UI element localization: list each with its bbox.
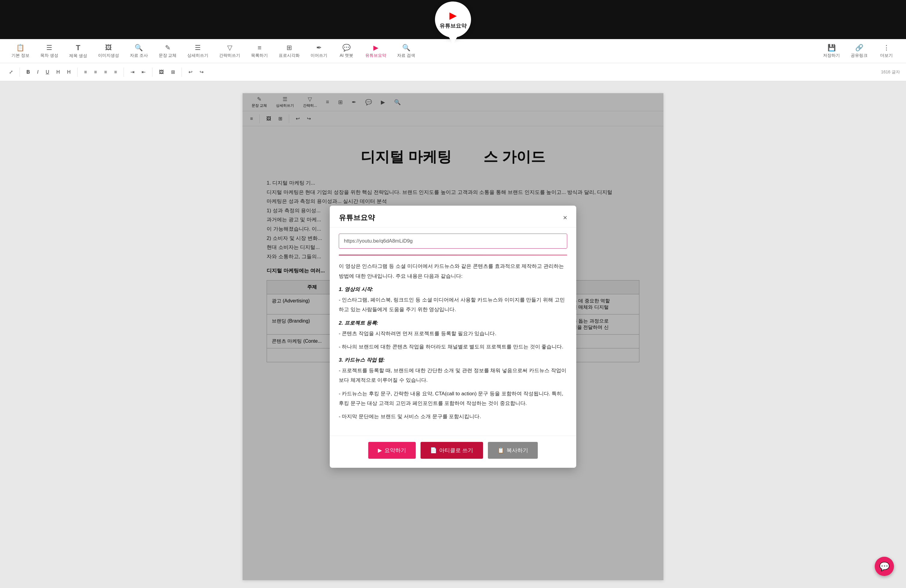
format-underline[interactable]: U xyxy=(43,68,52,76)
copy-btn-icon: 📋 xyxy=(498,447,504,454)
summary-intro: 이 영상은 인스타그램 등 소셜 미디어에서 카드뉴스와 같은 콘텐츠를 효과적… xyxy=(339,261,567,281)
balloon-label: 유튜브요약 xyxy=(439,22,467,29)
format-undo[interactable]: ↩ xyxy=(185,67,195,76)
toolbar-item-more[interactable]: ⋮ 더보기 xyxy=(873,41,900,61)
toc-label: 목차 생성 xyxy=(40,53,58,58)
concise-label: 간략히쓰기 xyxy=(219,53,240,58)
youtube-balloon-icon: ▶ xyxy=(450,10,457,21)
search-label: 자료 검색 xyxy=(397,53,415,58)
image-label: 이미지생성 xyxy=(98,53,119,58)
modal-header: 유튜브요약 × xyxy=(330,206,576,228)
chatbot-icon: 💬 xyxy=(342,44,351,52)
toolbar-item-detail[interactable]: ☰ 상세히쓰기 xyxy=(182,41,214,61)
summary-section3-title: 3. 카드뉴스 작업 탭: xyxy=(339,357,567,363)
youtube-icon: ▶ xyxy=(373,44,378,52)
top-bar: ▶ 유튜브요약 xyxy=(0,0,906,39)
edit-label: 문장 교체 xyxy=(159,53,177,58)
format-redo[interactable]: ↪ xyxy=(196,67,206,76)
format-h1[interactable]: H xyxy=(54,68,63,76)
share-label: 공유링크 xyxy=(851,53,868,58)
format-indent[interactable]: ⇥ xyxy=(128,67,137,76)
divider-2 xyxy=(77,68,78,76)
save-icon: 💾 xyxy=(828,44,836,52)
toolbar-item-basic-info[interactable]: 📋 기본 정보 xyxy=(6,41,35,61)
toolbar-item-research[interactable]: 🔍 자료 조사 xyxy=(124,41,153,61)
toolbar-item-title[interactable]: T 제목 생성 xyxy=(64,41,93,61)
summary-section1-title: 1. 영상의 시작: xyxy=(339,286,567,293)
char-count: 1616 글자 xyxy=(881,69,900,75)
format-align-justify[interactable]: ≡ xyxy=(111,68,120,76)
title-label: 제목 생성 xyxy=(69,53,87,59)
research-label: 자료 조사 xyxy=(130,53,148,58)
format-align-center[interactable]: ≡ xyxy=(91,68,100,76)
modal-title: 유튜브요약 xyxy=(339,213,375,223)
toolbar-item-writing[interactable]: ✒ 이어쓰기 xyxy=(305,41,333,61)
summary-btn-icon: ▶ xyxy=(378,447,382,454)
toolbar-item-edit[interactable]: ✎ 문장 교체 xyxy=(153,41,182,61)
summary-section3: 3. 카드뉴스 작업 탭: - 프로젝트를 등록할 때, 브랜드에 대한 간단한… xyxy=(339,357,567,421)
format-h2[interactable]: H xyxy=(64,68,73,76)
youtube-balloon: ▶ 유튜브요약 xyxy=(435,2,471,38)
toc-icon: ☰ xyxy=(46,44,52,52)
format-toolbar: ⤢ B I U H H ≡ ≡ ≡ ≡ ⇥ ⇤ 🖼 ⊞ ↩ ↪ 1616 글자 xyxy=(0,63,906,81)
format-image[interactable]: 🖼 xyxy=(156,68,167,76)
format-outdent[interactable]: ⇤ xyxy=(139,67,148,76)
format-table-insert[interactable]: ⊞ xyxy=(168,67,178,76)
toolbar-item-list[interactable]: ≡ 목록하기 xyxy=(246,41,273,61)
main-content: ✎ 문장 교체 ☰ 상세히쓰기 ▽ 간략히... ≡ ⊞ ✒ 💬 xyxy=(0,81,906,588)
modal-body: 이 영상은 인스타그램 등 소셜 미디어에서 카드뉴스와 같은 콘텐츠를 효과적… xyxy=(330,228,576,435)
summary-section3-bullet2: - 카드뉴스는 후킹 문구, 간략한 내용 요약, CTA(call to ac… xyxy=(339,389,567,408)
toolbar-item-table[interactable]: ⊞ 표로시각화 xyxy=(273,41,305,61)
youtube-modal: 유튜브요약 × 이 영상은 인스타그램 등 소셜 미디어에서 카드뉴스와 같은 … xyxy=(330,206,576,467)
format-italic[interactable]: I xyxy=(34,68,41,76)
writing-label: 이어쓰기 xyxy=(311,53,327,58)
summary-section2-bullet1: - 콘텐츠 작업을 시작하려면 먼저 프로젝트를 등록할 필요가 있습니다. xyxy=(339,329,567,338)
toolbar-item-search[interactable]: 🔍 자료 검색 xyxy=(392,41,421,61)
article-button[interactable]: 📄 아티클로 쓰기 xyxy=(421,442,483,459)
concise-icon: ▽ xyxy=(227,44,232,52)
chatbot-label: AI 챗봇 xyxy=(340,53,353,58)
divider-line xyxy=(339,255,567,255)
chat-bubble[interactable]: 💬 xyxy=(875,557,894,576)
save-label: 저장하기 xyxy=(823,53,840,58)
modal-close-button[interactable]: × xyxy=(563,214,567,221)
toolbar-item-image[interactable]: 🖼 이미지생성 xyxy=(93,41,124,61)
summary-intro-text: 이 영상은 인스타그램 등 소셜 미디어에서 카드뉴스와 같은 콘텐츠를 효과적… xyxy=(339,261,567,281)
basic-info-icon: 📋 xyxy=(16,44,24,52)
summary-section1: 1. 영상의 시작: - 인스타그램, 페이스북, 링크드인 등 소셜 미디어에… xyxy=(339,286,567,315)
format-expand[interactable]: ⤢ xyxy=(6,67,16,76)
toolbar-item-concise[interactable]: ▽ 간략히쓰기 xyxy=(214,41,246,61)
detail-icon: ☰ xyxy=(195,44,201,52)
share-icon: 🔗 xyxy=(855,44,863,52)
summary-section2-bullet2: - 하나의 브랜드에 대한 콘텐츠 작업을 하더라도 채널별로 별도의 프로젝트… xyxy=(339,342,567,352)
title-icon: T xyxy=(76,44,80,52)
table-label: 표로시각화 xyxy=(279,53,300,58)
detail-label: 상세히쓰기 xyxy=(187,53,208,58)
writing-icon: ✒ xyxy=(316,44,322,52)
summary-button[interactable]: ▶ 요약하기 xyxy=(368,442,416,459)
balloon-circle: ▶ 유튜브요약 xyxy=(435,2,471,38)
toolbar-item-youtube[interactable]: ▶ 유튜브요약 xyxy=(360,41,392,61)
table-icon: ⊞ xyxy=(287,44,292,52)
format-align-left[interactable]: ≡ xyxy=(81,68,90,76)
summary-section1-bullet1: - 인스타그램, 페이스북, 링크드인 등 소셜 미디어에서 사용할 카드뉴스와… xyxy=(339,295,567,315)
article-btn-icon: 📄 xyxy=(430,447,437,454)
summary-section3-bullet3: - 마지막 문단에는 브랜드 및 서비스 소개 문구를 포함시킵니다. xyxy=(339,412,567,421)
youtube-url-input[interactable] xyxy=(339,234,567,249)
copy-button[interactable]: 📋 복사하기 xyxy=(488,442,538,459)
format-bold[interactable]: B xyxy=(24,68,33,76)
toolbar-right: 💾 저장하기 🔗 공유링크 ⋮ 더보기 xyxy=(818,41,900,61)
toolbar-item-share[interactable]: 🔗 공유링크 xyxy=(845,41,873,61)
more-icon: ⋮ xyxy=(883,44,890,52)
search-icon: 🔍 xyxy=(402,44,410,52)
summary-section2-title: 2. 프로젝트 등록: xyxy=(339,320,567,327)
summary-section3-bullet1: - 프로젝트를 등록할 때, 브랜드에 대한 간단한 소개 및 관련 정보를 채… xyxy=(339,366,567,386)
chat-bubble-icon: 💬 xyxy=(879,561,890,572)
summary-section2: 2. 프로젝트 등록: - 콘텐츠 작업을 시작하려면 먼저 프로젝트를 등록할… xyxy=(339,320,567,352)
toolbar-item-save[interactable]: 💾 저장하기 xyxy=(818,41,845,61)
research-icon: 🔍 xyxy=(135,44,143,52)
format-align-right[interactable]: ≡ xyxy=(101,68,110,76)
more-label: 더보기 xyxy=(880,53,893,58)
toolbar-item-chatbot[interactable]: 💬 AI 챗봇 xyxy=(333,41,360,61)
toolbar-item-toc[interactable]: ☰ 목차 생성 xyxy=(35,41,64,61)
